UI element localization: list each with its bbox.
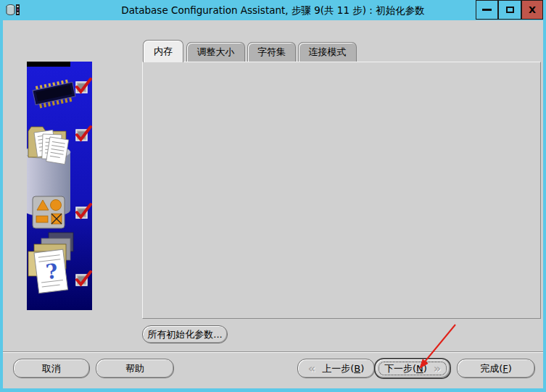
maximize-button[interactable]: [498, 0, 521, 20]
client-area: ? 内存 调整大小 字符集 连接模式 典型 内存大小 (SGA 和 PGA): …: [3, 20, 543, 388]
titlebar: Database Configuration Assistant, 步骤 9(共…: [0, 0, 546, 20]
tab-connection[interactable]: 连接模式: [298, 42, 357, 62]
all-init-params-button[interactable]: 所有初始化参数...: [142, 325, 228, 343]
tab-memory[interactable]: 内存: [143, 40, 183, 62]
finish-button[interactable]: 完成(F): [457, 359, 535, 378]
tab-sizing[interactable]: 调整大小: [186, 42, 245, 62]
memory-tab-panel: [142, 62, 541, 319]
wizard-sidebar-graphic: ?: [27, 62, 92, 310]
window-title: Database Configuration Assistant, 步骤 9(共…: [0, 0, 546, 20]
back-chevron-icon: «: [308, 363, 315, 375]
minimize-icon: [482, 9, 492, 11]
close-button[interactable]: X: [521, 0, 543, 20]
cursor-arrow: [394, 314, 467, 375]
maximize-icon: [506, 7, 514, 13]
dbca-window: Database Configuration Assistant, 步骤 9(共…: [0, 0, 546, 392]
back-button[interactable]: « 上一步(B): [297, 359, 375, 378]
minimize-button[interactable]: [476, 0, 498, 20]
all-init-params-label: 所有初始化参数...: [147, 328, 222, 341]
finish-label: 完成(F): [480, 362, 512, 375]
help-label: 帮助: [125, 362, 144, 375]
cancel-label: 取消: [42, 362, 61, 375]
help-button[interactable]: 帮助: [96, 359, 174, 378]
tab-charsets[interactable]: 字符集: [247, 42, 296, 62]
close-icon: X: [529, 4, 536, 15]
back-label: 上一步(B): [322, 362, 364, 375]
cancel-button[interactable]: 取消: [13, 359, 90, 378]
shapes-icon: [33, 196, 65, 228]
